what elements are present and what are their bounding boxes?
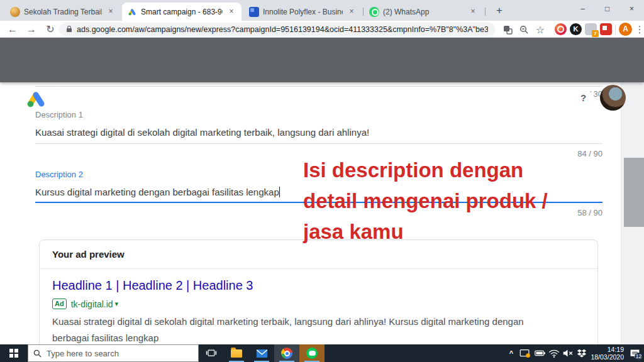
chevron-down-icon[interactable]: ▾ — [115, 300, 119, 308]
tab-title: (2) WhatsApp — [383, 8, 464, 16]
annotation-overlay: Isi description dengan detail mengenai p… — [303, 155, 599, 247]
clock-time: 14:19 — [587, 346, 624, 353]
back-icon[interactable]: ← — [5, 22, 20, 37]
clock-date: 18/03/2020 — [587, 353, 624, 361]
forward-icon[interactable]: → — [24, 22, 39, 37]
tab-smart-campaign[interactable]: Smart campaign - 683-964-0411 × — [122, 3, 242, 21]
description1-label: Description 1 — [35, 110, 83, 119]
minimize-icon[interactable]: – — [570, 0, 595, 19]
close-tab-icon[interactable]: × — [226, 7, 236, 17]
task-view-icon — [206, 348, 217, 359]
maximize-icon[interactable]: □ — [595, 0, 619, 19]
tab-separator — [485, 8, 486, 16]
ad-preview-card: Your ad preview Headline 1 | Headline 2 … — [39, 239, 598, 348]
extension-badge-count: 7 — [592, 30, 599, 37]
whatsapp-favicon — [369, 7, 379, 17]
extension-badge-icon[interactable]: 7 — [585, 23, 597, 35]
page-title: New campaign — [70, 89, 166, 106]
annotation-line: detail mengenai produk / — [303, 185, 599, 216]
ad-display-url: tk-digital.id — [71, 299, 113, 309]
extension-k-icon[interactable]: K — [570, 23, 582, 35]
mail-icon — [256, 349, 268, 358]
tray-chevron-icon[interactable]: ^ — [504, 344, 518, 362]
windows-logo-icon — [9, 349, 18, 358]
annotation-line: Isi description dengan — [303, 155, 599, 185]
google-ads-logo — [24, 90, 48, 109]
close-icon[interactable]: × — [619, 0, 644, 19]
description2-value: Kursus digital marketing dengan berbagai… — [35, 187, 279, 197]
browser-profile-avatar[interactable]: A — [619, 23, 632, 36]
close-tab-icon[interactable]: × — [106, 7, 116, 17]
battery-icon[interactable] — [533, 344, 547, 362]
wifi-icon[interactable] — [547, 344, 561, 362]
description2-label: Description 2 — [35, 170, 83, 179]
ad-preview-description: Kuasai strategi digital di sekolah digit… — [52, 314, 562, 346]
tab-whatsapp[interactable]: (2) WhatsApp × — [364, 3, 483, 21]
bookmark-star-icon[interactable]: ☆ — [533, 23, 547, 36]
taskbar: ^ 14:19 18/03/2020 12 — [0, 344, 644, 362]
notification-badge: 12 — [635, 353, 643, 361]
explorer-icon — [231, 349, 242, 358]
start-button[interactable] — [0, 344, 28, 362]
field-underline-top — [35, 86, 602, 87]
description2-field[interactable]: Kursus digital marketing dengan berbagai… — [35, 187, 280, 197]
header-divider — [56, 85, 57, 111]
url-text: ads.google.com/aw/campaigns/new/express?… — [77, 25, 488, 34]
extension-red-icon[interactable] — [600, 23, 612, 35]
address-bar[interactable]: ads.google.com/aw/campaigns/new/express?… — [59, 23, 496, 36]
mail-button[interactable] — [249, 344, 274, 362]
dropbox-icon[interactable] — [575, 344, 589, 362]
description1-underline — [35, 143, 602, 144]
scrollbar-track[interactable] — [621, 82, 644, 344]
annotation-line: jasa kamu — [303, 216, 599, 247]
close-tab-icon[interactable]: × — [468, 7, 478, 17]
taskbar-clock[interactable]: 14:19 18/03/2020 — [587, 346, 624, 361]
toolbar-separator — [615, 25, 616, 35]
more-menu-icon[interactable]: ⋮ — [633, 23, 644, 36]
ad-preview-url-line: Ad tk-digital.id ▾ — [52, 299, 118, 309]
taskbar-search[interactable] — [28, 344, 199, 362]
google-ads-favicon — [127, 7, 137, 17]
window-controls: – □ × — [570, 0, 644, 19]
line-icon — [306, 348, 318, 359]
lock-icon — [67, 28, 72, 32]
tab-innolite[interactable]: Innolite Polyflex - Business Info × — [244, 3, 362, 21]
search-input[interactable] — [47, 349, 185, 358]
browser-tab-strip: Sekolah Trading Terbaik | Belaja × Smart… — [0, 0, 644, 21]
task-view-button[interactable] — [199, 344, 224, 362]
scrollbar-thumb[interactable] — [624, 158, 644, 227]
tab-separator — [363, 8, 364, 16]
description1-field[interactable]: Kuasai strategi digital di sekolah digit… — [35, 127, 369, 138]
tab-title: Innolite Polyflex - Business Info — [263, 8, 343, 16]
translate-icon[interactable] — [501, 23, 514, 36]
tab-sekolah-trading[interactable]: Sekolah Trading Terbaik | Belaja × — [5, 3, 121, 21]
close-tab-icon[interactable]: × — [347, 7, 357, 17]
ad-badge: Ad — [52, 299, 67, 309]
tab-title: Smart campaign - 683-964-0411 — [141, 8, 223, 16]
action-center-button[interactable]: 12 — [626, 344, 643, 362]
new-tab-button[interactable]: + — [492, 4, 507, 19]
zoom-minus-icon[interactable] — [517, 23, 531, 36]
tab-title: Sekolah Trading Terbaik | Belaja — [24, 8, 102, 16]
screen-photo-icon[interactable] — [518, 344, 532, 362]
account-avatar[interactable] — [600, 85, 626, 111]
search-icon — [33, 349, 42, 358]
help-button[interactable]: ? — [574, 89, 592, 107]
blue-grid-favicon — [249, 7, 259, 17]
file-explorer-button[interactable] — [224, 344, 249, 362]
gold-logo-favicon — [10, 7, 20, 17]
line-app-button[interactable] — [299, 344, 325, 362]
chrome-icon — [281, 348, 292, 359]
browser-toolbar: ← → ↻ ads.google.com/aw/campaigns/new/ex… — [0, 21, 644, 38]
extension-orange-icon[interactable] — [555, 23, 567, 35]
text-cursor — [279, 187, 280, 197]
reload-icon[interactable]: ↻ — [43, 22, 58, 37]
chrome-button[interactable] — [274, 344, 299, 362]
speaker-muted-icon[interactable] — [561, 344, 575, 362]
screen: Sekolah Trading Terbaik | Belaja × Smart… — [0, 0, 644, 362]
app-header: New campaign ? — [0, 38, 644, 82]
ad-preview-headline: Headline 1 | Headline 2 | Headline 3 — [52, 278, 253, 293]
